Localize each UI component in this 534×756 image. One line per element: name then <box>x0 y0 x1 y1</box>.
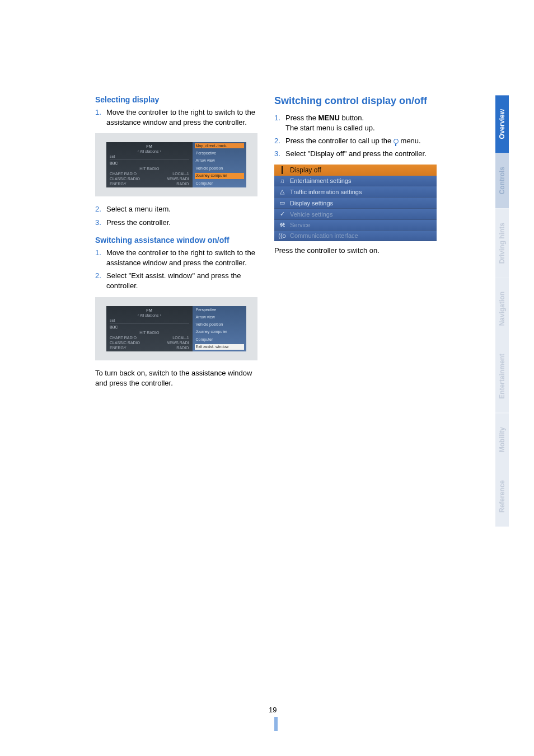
ss-top: FM <box>110 308 189 312</box>
heading-switching-display: Switching control display on/off <box>274 95 437 107</box>
step-number: 2. <box>274 136 285 146</box>
step-text: Move the controller to the right to swit… <box>106 107 257 128</box>
tab-entertainment[interactable]: Entertainment <box>495 340 509 413</box>
page-number: 19 <box>269 706 277 714</box>
step-text-a: Press the controller to call up the <box>285 137 394 145</box>
step-number: 2. <box>95 271 106 291</box>
switch-on-text: Press the controller to switch on. <box>274 246 437 256</box>
car-icon: ✓ <box>278 210 287 218</box>
radio-screenshot-1: FM ‹ All stations › set BBC HIT RADIO CH… <box>95 133 257 196</box>
ss-stations: ‹ All stations › <box>110 313 189 317</box>
tab-overview[interactable]: Overview <box>495 95 509 153</box>
menu-label: Vehicle settings <box>290 211 332 218</box>
menu-label: Communication interface <box>290 232 358 239</box>
menu-label: Entertainment settings <box>290 177 351 184</box>
display-off-menu: Display off ♫ Entertainment settings △ T… <box>274 165 437 241</box>
ss-r-exit: Exit assist. window <box>195 344 244 350</box>
step-number: 1. <box>95 248 106 268</box>
step-number: 3. <box>95 218 106 228</box>
ss-local: LOCAL-1 <box>172 172 189 176</box>
step-text: Move the controller to the right to swit… <box>106 248 257 268</box>
menu-comm: ((o Communication interface <box>274 231 437 241</box>
step-number: 3. <box>274 149 285 159</box>
list-assist: 1. Move the controller to the right to s… <box>95 248 257 292</box>
ss-hit: HIT RADIO <box>139 331 159 335</box>
ss-classic: CLASSIC RADIO <box>110 341 140 345</box>
heading-selecting-display: Selecting display <box>95 95 257 104</box>
assist-back-on-text: To turn back on, switch to the assistanc… <box>95 368 257 388</box>
ss-bbc: BBC <box>110 325 189 329</box>
tab-controls[interactable]: Controls <box>495 153 509 208</box>
ss-news: NEWS RADI <box>167 177 189 181</box>
ss-chart: CHART RADIO <box>110 336 137 340</box>
page-mark <box>274 717 278 731</box>
list-selecting-2: 2. Select a menu item. 3. Press the cont… <box>95 204 257 227</box>
list-switching: 1. Press the MENU button. The start menu… <box>274 113 437 159</box>
tab-driving[interactable]: Driving hints <box>495 209 509 278</box>
ss-set: set <box>110 318 189 322</box>
menu-display-off: Display off <box>274 165 437 176</box>
ss-r-arrow: Arrow view <box>195 314 244 320</box>
display-icon: ▭ <box>278 199 287 206</box>
wrench-icon: 🛠 <box>278 222 287 228</box>
ss-local: LOCAL-1 <box>172 336 189 340</box>
menu-label: Traffic information settings <box>290 189 362 195</box>
ss-r-arrow: Arrow view <box>195 158 244 163</box>
menu-label: Service <box>290 222 311 228</box>
ss-stations: ‹ All stations › <box>110 149 189 153</box>
ss-r-computer: Computer <box>195 181 244 186</box>
step-number: 1. <box>274 113 285 133</box>
menu-entertainment: ♫ Entertainment settings <box>274 176 437 186</box>
step-text-d: The start menu is called up. <box>285 124 375 132</box>
antenna-icon: ((o <box>278 232 287 239</box>
ss-classic: CLASSIC RADIO <box>110 177 140 181</box>
menu-vehicle: ✓ Vehicle settings <box>274 209 437 220</box>
ss-r-journey: Journey computer <box>195 173 244 179</box>
right-column: Switching control display on/off 1. Pres… <box>274 95 437 393</box>
ss-r-journey: Journey computer <box>195 329 244 335</box>
ss-news: NEWS RADI <box>167 341 189 345</box>
menu-display-settings: ▭ Display settings <box>274 198 437 209</box>
menu-service: 🛠 Service <box>274 220 437 231</box>
step-number: 1. <box>95 107 106 128</box>
left-column: Selecting display 1. Move the controller… <box>95 95 257 393</box>
ss-energy: ENERGY <box>110 182 127 186</box>
step-text: Press the controller. <box>106 218 257 228</box>
step-text: Select "Exit assist. window" and press t… <box>106 271 257 291</box>
step-text-c: button. <box>340 114 364 122</box>
ss-r-map: Map, direct.-track. <box>195 143 244 148</box>
list-selecting: 1. Move the controller to the right to s… <box>95 107 257 128</box>
step-text: Press the MENU button. The start menu is… <box>285 113 437 133</box>
ss-radio: RADIO <box>176 182 189 186</box>
info-icon <box>394 139 399 144</box>
ss-bbc: BBC <box>110 161 189 165</box>
menu-traffic: △ Traffic information settings <box>274 186 437 198</box>
radio-screenshot-2: FM ‹ All stations › set BBC HIT RADIO CH… <box>95 297 257 360</box>
tab-reference[interactable]: Reference <box>495 466 509 527</box>
step-text: Select a menu item. <box>106 204 257 214</box>
ss-top: FM <box>110 144 189 148</box>
tab-mobility[interactable]: Mobility <box>495 413 509 466</box>
tab-navigation[interactable]: Navigation <box>495 278 509 340</box>
ss-r-vehicle: Vehicle position <box>195 166 244 171</box>
menu-label: Display settings <box>290 200 333 206</box>
ss-r-vehicle: Vehicle position <box>195 322 244 327</box>
ss-r-persp: Perspective <box>195 151 244 156</box>
ss-chart: CHART RADIO <box>110 172 137 176</box>
menu-button-label: MENU <box>318 114 340 122</box>
ss-set: set <box>110 154 189 158</box>
heading-assist-window: Switching assistance window on/off <box>95 236 257 245</box>
warning-icon: △ <box>278 188 287 195</box>
ss-energy: ENERGY <box>110 346 127 350</box>
step-number: 2. <box>95 204 106 214</box>
step-text: Select "Display off" and press the contr… <box>285 149 437 159</box>
ss-hit: HIT RADIO <box>139 167 159 171</box>
ss-r-computer: Computer <box>195 337 244 342</box>
menu-label: Display off <box>290 166 321 174</box>
page-container: Selecting display 1. Move the controller… <box>0 0 534 756</box>
ss-radio: RADIO <box>176 346 189 350</box>
monitor-icon <box>278 167 287 173</box>
side-tabs: Overview Controls Driving hints Navigati… <box>495 95 509 527</box>
step-text: Press the controller to call up the menu… <box>285 136 437 146</box>
step-text-b: menu. <box>399 137 421 145</box>
